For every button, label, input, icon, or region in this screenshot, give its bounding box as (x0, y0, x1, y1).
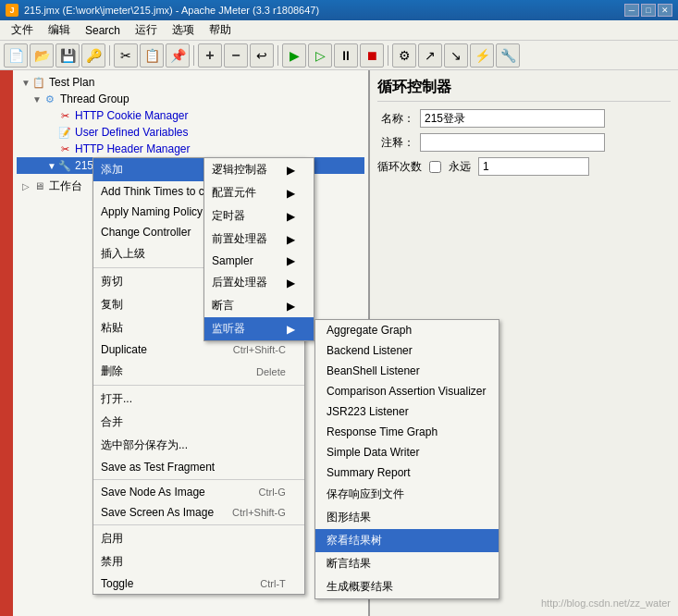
toolbar-open[interactable]: 📂 (30, 43, 54, 68)
close-button[interactable]: ✕ (658, 4, 672, 17)
tree-node-vars[interactable]: 📝 User Defined Variables (17, 124, 364, 141)
menu-edit[interactable]: 编辑 (41, 20, 78, 40)
sub-timer[interactable]: 定时器 ▶ (204, 204, 314, 228)
label-test-plan: Test Plan (49, 76, 94, 89)
listener-beanshell[interactable]: BeanShell Listener (315, 361, 499, 381)
window-controls[interactable]: ─ □ ✕ (624, 4, 672, 17)
toolbar-separator-1 (109, 45, 110, 66)
icon-header: ✂ (57, 142, 72, 156)
listener-view-results-tree[interactable]: 察看结果树 (315, 529, 499, 552)
comment-row: 注释： (377, 133, 671, 152)
label-cookie: HTTP Cookie Manager (75, 109, 189, 122)
listener-graph[interactable]: 图形结果 (315, 506, 499, 529)
sub-logic-controller[interactable]: 逻辑控制器 ▶ (204, 158, 314, 181)
icon-login: 🔧 (57, 158, 72, 173)
sampler-arrow-icon: ▶ (287, 254, 295, 267)
listener-simple-writer[interactable]: Simple Data Writer (315, 442, 499, 462)
tree-node-header[interactable]: ✂ HTTP Header Manager (17, 141, 364, 157)
listener-comparison[interactable]: Comparison Assertion Visualizer (315, 381, 499, 401)
comment-input[interactable] (420, 133, 605, 152)
ctx-save-node-image[interactable]: Save Node As Image Ctrl-G (93, 482, 304, 502)
listener-summary-results[interactable]: 生成概要结果 (315, 575, 499, 598)
sub-assertions[interactable]: 断言 ▶ (204, 294, 314, 317)
toolbar-collapse[interactable]: ↘ (444, 43, 468, 68)
maximize-button[interactable]: □ (641, 4, 656, 17)
sub-post-processor[interactable]: 后置处理器 ▶ (204, 271, 314, 294)
toolbar-save[interactable]: 💾 (55, 43, 80, 68)
toolbar: 📄 📂 💾 🔑 ✂ 📋 📌 + − ↩ ▶ ▷ ⏸ ⏹ ⚙ ↗ ↘ ⚡ 🔧 (0, 41, 678, 70)
toolbar-paste[interactable]: 📌 (166, 43, 190, 68)
ctx-disable[interactable]: 禁用 (93, 550, 304, 573)
listener-aggregate-graph[interactable]: Aggregate Graph (315, 320, 499, 340)
sub-sampler[interactable]: Sampler ▶ (204, 251, 314, 271)
label-header: HTTP Header Manager (75, 142, 191, 155)
listener-assertion-results[interactable]: 断言结果 (315, 552, 499, 575)
menu-bar: 文件 编辑 Search 运行 选项 帮助 (0, 20, 678, 41)
submenu-listener: Aggregate Graph Backend Listener BeanShe… (314, 319, 499, 599)
listener-summary[interactable]: Summary Report (315, 462, 499, 483)
toolbar-copy[interactable]: 📋 (140, 43, 164, 68)
toolbar-cut[interactable]: ✂ (114, 43, 138, 68)
timer-arrow-icon: ▶ (287, 210, 295, 223)
sub-listener[interactable]: 监听器 ▶ (204, 317, 314, 340)
toolbar-settings[interactable]: ⚙ (392, 43, 416, 68)
listener-response-time[interactable]: Response Time Graph (315, 422, 499, 442)
toolbar-expand[interactable]: ↗ (418, 43, 442, 68)
expand-test-plan: ▼ (20, 78, 31, 88)
loop-row: 循环次数 永远 (377, 157, 671, 176)
menu-run[interactable]: 运行 (128, 20, 165, 40)
toolbar-undo[interactable]: ↩ (250, 43, 274, 68)
menu-help[interactable]: 帮助 (202, 20, 239, 40)
minimize-button[interactable]: ─ (624, 4, 639, 17)
ctx-save-fragment[interactable]: Save as Test Fragment (93, 457, 304, 477)
ctx-save-screen-image[interactable]: Save Screen As Image Ctrl+Shift-G (93, 502, 304, 523)
forever-checkbox[interactable] (429, 161, 441, 173)
toolbar-wrench[interactable]: 🔧 (496, 43, 520, 68)
tree-node-test-plan[interactable]: ▼ 📋 Test Plan (17, 74, 364, 91)
expand-login: ▼ (46, 161, 57, 171)
name-row: 名称： (377, 109, 671, 128)
tree-node-cookie[interactable]: ✂ HTTP Cookie Manager (17, 107, 364, 124)
watermark: http://blog.csdn.net/zz_water (541, 598, 671, 609)
assertions-arrow-icon: ▶ (287, 300, 295, 313)
ctx-enable[interactable]: 启用 (93, 527, 304, 550)
tree-node-thread-group[interactable]: ▼ ⚙ Thread Group (17, 91, 364, 107)
loop-label: 循环次数 (377, 159, 422, 175)
submenu-add: 逻辑控制器 ▶ 配置元件 ▶ 定时器 ▶ 前置处理器 ▶ Sampler ▶ 后… (203, 157, 314, 341)
ctx-open[interactable]: 打开... (93, 388, 304, 411)
loop-count-input[interactable] (478, 157, 589, 176)
ctx-delete[interactable]: 删除 Delete (93, 360, 304, 383)
ctx-toggle[interactable]: Toggle Ctrl-T (93, 573, 304, 594)
label-workbench: 工作台 (49, 179, 82, 194)
menu-search[interactable]: Search (78, 22, 128, 39)
toolbar-add[interactable]: + (198, 43, 222, 68)
toolbar-key[interactable]: 🔑 (81, 43, 105, 68)
menu-file[interactable]: 文件 (4, 20, 41, 40)
toolbar-run[interactable]: ▶ (282, 43, 306, 68)
toolbar-remove[interactable]: − (224, 43, 248, 68)
listener-save-response[interactable]: 保存响应到文件 (315, 483, 499, 506)
toolbar-new[interactable]: 📄 (4, 43, 28, 68)
name-label: 名称： (377, 111, 414, 127)
toolbar-stop[interactable]: ⏹ (360, 43, 384, 68)
ctx-merge[interactable]: 合并 (93, 411, 304, 434)
ctx-duplicate[interactable]: Duplicate Ctrl+Shift-C (93, 339, 304, 360)
app-icon: J (6, 4, 18, 17)
window-title: 215.jmx (E:\work\jmeter\215.jmx) - Apach… (24, 5, 624, 16)
config-arrow-icon: ▶ (287, 187, 295, 200)
icon-thread-group: ⚙ (43, 92, 57, 106)
listener-backend[interactable]: Backend Listener (315, 340, 499, 361)
toolbar-lightning[interactable]: ⚡ (470, 43, 494, 68)
ctx-save-partial[interactable]: 选中部分保存为... (93, 434, 304, 457)
name-input[interactable] (420, 109, 605, 128)
toolbar-pause[interactable]: ⏸ (334, 43, 358, 68)
left-marker (0, 70, 13, 616)
sub-pre-processor[interactable]: 前置处理器 ▶ (204, 228, 314, 251)
title-bar: J 215.jmx (E:\work\jmeter\215.jmx) - Apa… (0, 0, 678, 20)
menu-options[interactable]: 选项 (165, 20, 202, 40)
label-thread-group: Thread Group (60, 92, 129, 105)
toolbar-run-no-pause[interactable]: ▷ (308, 43, 332, 68)
listener-jsr223[interactable]: JSR223 Listener (315, 401, 499, 422)
sub-config[interactable]: 配置元件 ▶ (204, 181, 314, 204)
post-processor-arrow-icon: ▶ (287, 277, 295, 290)
